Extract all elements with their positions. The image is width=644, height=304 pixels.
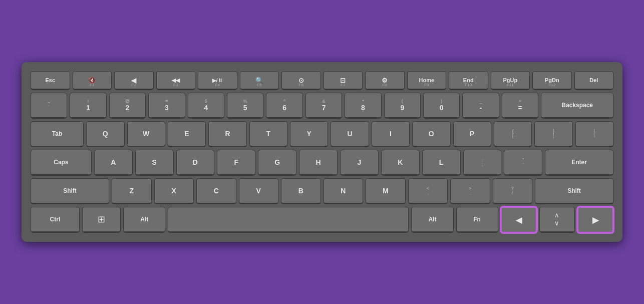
- key-f4[interactable]: ▶/⏸F4: [198, 71, 237, 90]
- key-esc[interactable]: Esc: [31, 71, 70, 90]
- key-q[interactable]: Q: [86, 121, 124, 147]
- key-k[interactable]: K: [381, 150, 420, 176]
- key-end[interactable]: EndF10: [449, 71, 488, 90]
- key-minus[interactable]: _-: [462, 93, 499, 119]
- key-rbracket[interactable]: }]: [534, 121, 572, 147]
- key-v[interactable]: V: [239, 178, 279, 204]
- key-u[interactable]: U: [331, 121, 369, 147]
- asdf-row: Caps A S D F G H J K L :; "' Enter: [31, 150, 613, 176]
- key-quote[interactable]: "': [504, 150, 542, 176]
- key-g[interactable]: G: [258, 150, 296, 176]
- key-l[interactable]: L: [422, 150, 461, 176]
- key-c[interactable]: C: [196, 178, 236, 204]
- key-tab[interactable]: Tab: [31, 121, 84, 147]
- key-comma[interactable]: <,: [408, 178, 448, 204]
- key-f1[interactable]: 🔇F1: [73, 71, 112, 90]
- key-b[interactable]: B: [281, 178, 321, 204]
- key-pgdn[interactable]: PgDnF12: [532, 71, 572, 90]
- fn-row: Esc 🔇F1 ◀F2 ◀◀F3 ▶/⏸F4 🔍F5 ⊙F6 ⊡F7 ⚙F8 H…: [31, 71, 613, 90]
- key-enter[interactable]: Enter: [545, 150, 613, 176]
- key-8[interactable]: *8: [345, 93, 381, 119]
- key-3[interactable]: #3: [148, 93, 185, 119]
- key-f[interactable]: F: [217, 150, 255, 176]
- key-alt-right[interactable]: Alt: [411, 207, 453, 233]
- key-1[interactable]: !1: [70, 93, 106, 119]
- key-m[interactable]: M: [366, 178, 406, 204]
- key-backtick[interactable]: ~`: [31, 93, 67, 119]
- key-e[interactable]: E: [168, 121, 206, 147]
- key-shift-left[interactable]: Shift: [31, 178, 109, 204]
- key-n[interactable]: N: [324, 178, 364, 204]
- key-pgup[interactable]: PgUpF11: [491, 71, 530, 90]
- key-slash[interactable]: ?/: [493, 178, 533, 204]
- key-2[interactable]: @2: [109, 93, 146, 119]
- number-row: ~` !1 @2 #3 $4 %5 ^6 &7: [31, 93, 613, 119]
- keyboard: Esc 🔇F1 ◀F2 ◀◀F3 ▶/⏸F4 🔍F5 ⊙F6 ⊡F7 ⚙F8 H…: [22, 62, 622, 242]
- key-p[interactable]: P: [453, 121, 491, 147]
- key-y[interactable]: Y: [290, 121, 328, 147]
- key-caps[interactable]: Caps: [31, 150, 92, 176]
- key-j[interactable]: J: [340, 150, 379, 176]
- key-9[interactable]: (9: [384, 93, 421, 119]
- key-backslash[interactable]: |\: [575, 121, 613, 147]
- key-6[interactable]: ^6: [266, 93, 302, 119]
- key-backspace[interactable]: Backspace: [541, 93, 613, 119]
- key-space[interactable]: [168, 207, 409, 233]
- key-f8[interactable]: ⚙F8: [365, 71, 405, 90]
- key-5[interactable]: %5: [227, 93, 263, 119]
- key-7[interactable]: &7: [305, 93, 342, 119]
- key-h[interactable]: H: [299, 150, 338, 176]
- bottom-row: Ctrl ⊞ Alt Alt Fn ◀ ∧ ∨ ▶: [31, 207, 613, 233]
- key-del[interactable]: Del: [574, 71, 614, 90]
- key-fn[interactable]: Fn: [456, 207, 498, 233]
- zxcv-row: Shift Z X C V B N M <, >. ?/ Shift: [31, 178, 613, 204]
- key-d[interactable]: D: [176, 150, 215, 176]
- key-f6[interactable]: ⊙F6: [281, 71, 321, 90]
- key-a[interactable]: A: [94, 150, 133, 176]
- key-arrow-right[interactable]: ▶: [577, 207, 613, 233]
- key-home[interactable]: HomeF9: [407, 71, 447, 90]
- key-f7[interactable]: ⊡F7: [324, 71, 363, 90]
- key-semicolon[interactable]: :;: [463, 150, 502, 176]
- key-4[interactable]: $4: [188, 93, 224, 119]
- key-t[interactable]: T: [249, 121, 287, 147]
- key-s[interactable]: S: [135, 150, 174, 176]
- key-i[interactable]: I: [372, 121, 410, 147]
- keyboard-rows: Esc 🔇F1 ◀F2 ◀◀F3 ▶/⏸F4 🔍F5 ⊙F6 ⊡F7 ⚙F8 H…: [31, 71, 613, 233]
- key-lbracket[interactable]: {[: [494, 121, 532, 147]
- key-alt-left[interactable]: Alt: [123, 207, 165, 233]
- key-o[interactable]: O: [412, 121, 450, 147]
- key-f5[interactable]: 🔍F5: [240, 71, 279, 90]
- key-arrow-updown[interactable]: ∧ ∨: [539, 207, 574, 233]
- key-shift-right[interactable]: Shift: [535, 178, 613, 204]
- key-arrow-left[interactable]: ◀: [501, 207, 537, 233]
- key-0[interactable]: )0: [423, 93, 460, 119]
- key-f2[interactable]: ◀F2: [114, 71, 154, 90]
- key-f3[interactable]: ◀◀F3: [156, 71, 196, 90]
- key-equals[interactable]: +=: [502, 93, 538, 119]
- key-z[interactable]: Z: [112, 178, 152, 204]
- key-x[interactable]: X: [154, 178, 194, 204]
- key-period[interactable]: >.: [450, 178, 490, 204]
- key-r[interactable]: R: [208, 121, 246, 147]
- key-ctrl[interactable]: Ctrl: [31, 207, 80, 233]
- qwerty-row: Tab Q W E R T Y U I O P {[ }] |\: [31, 121, 613, 147]
- key-w[interactable]: W: [127, 121, 165, 147]
- key-win[interactable]: ⊞: [82, 207, 121, 233]
